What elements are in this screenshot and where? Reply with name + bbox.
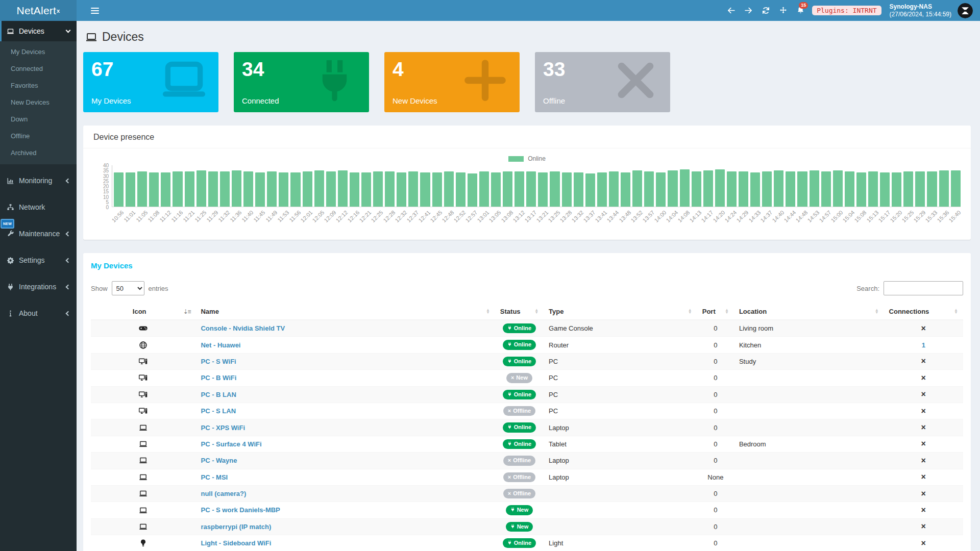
sidebar-item-integrations[interactable]: Integrations bbox=[0, 277, 77, 297]
device-name-link[interactable]: Light - Sideboard WiFi bbox=[201, 539, 271, 547]
sidebar-subitem-favorites[interactable]: Favorites bbox=[0, 77, 77, 94]
device-name-link[interactable]: PC - S LAN bbox=[201, 407, 236, 415]
nav-forward-icon[interactable] bbox=[740, 0, 757, 21]
connections-count-link[interactable]: 1 bbox=[922, 341, 925, 349]
delete-connection-icon[interactable]: × bbox=[921, 472, 926, 481]
desktop-icon bbox=[139, 407, 148, 414]
delete-connection-icon[interactable]: × bbox=[921, 390, 926, 398]
col-header-name[interactable]: Name▲▼ bbox=[195, 304, 495, 320]
device-location-cell bbox=[734, 419, 884, 436]
sidebar-subitem-my-devices[interactable]: My Devices bbox=[0, 43, 77, 60]
device-connections-cell: × bbox=[884, 518, 963, 535]
device-name-link[interactable]: PC - Surface 4 WiFi bbox=[201, 440, 261, 448]
delete-connection-icon[interactable]: × bbox=[921, 539, 926, 547]
x-icon: × bbox=[508, 408, 511, 414]
delete-connection-icon[interactable]: × bbox=[921, 489, 926, 498]
delete-connection-icon[interactable]: × bbox=[921, 407, 926, 415]
sidebar-subitem-down[interactable]: Down bbox=[0, 111, 77, 128]
col-header-status[interactable]: Status▲▼ bbox=[495, 304, 544, 320]
x-icon: × bbox=[508, 474, 511, 480]
device-name-link[interactable]: Net - Huawei bbox=[201, 341, 240, 349]
notifications-bell-icon[interactable]: 15 bbox=[792, 0, 809, 21]
table-title[interactable]: My Devices bbox=[91, 261, 963, 270]
refresh-arrows-icon bbox=[762, 6, 770, 15]
avatar[interactable] bbox=[958, 3, 973, 18]
card-offline[interactable]: 33 Offline bbox=[535, 52, 670, 112]
plug-icon bbox=[507, 358, 512, 365]
search-input[interactable] bbox=[884, 281, 963, 295]
sidebar-subitem-offline[interactable]: Offline bbox=[0, 128, 77, 144]
delete-connection-icon[interactable]: × bbox=[921, 522, 926, 531]
host-timestamp: (27/06/2024, 15:44:59) bbox=[890, 11, 951, 18]
delete-connection-icon[interactable]: × bbox=[921, 423, 926, 432]
device-name-link[interactable]: PC - B LAN bbox=[201, 391, 236, 398]
sidebar-item-maintenance[interactable]: NEW Maintenance bbox=[0, 223, 77, 244]
laptop-icon bbox=[139, 473, 148, 481]
card-connected[interactable]: 34 Connected bbox=[234, 52, 369, 112]
plug-icon bbox=[305, 56, 364, 107]
device-port-cell: 0 bbox=[697, 436, 734, 452]
plugins-status-badge[interactable]: Plugins: INTRNT bbox=[812, 6, 881, 15]
device-port-cell: 0 bbox=[697, 370, 734, 386]
app-logo[interactable]: NetAlertx bbox=[0, 0, 77, 21]
device-name-link[interactable]: PC - MSI bbox=[201, 473, 228, 481]
col-header-connections[interactable]: Connections▲▼ bbox=[884, 304, 963, 320]
laptop-icon bbox=[7, 28, 14, 35]
sidebar-item-monitoring[interactable]: Monitoring bbox=[0, 170, 77, 191]
col-header-type[interactable]: Type▲▼ bbox=[544, 304, 697, 320]
delete-connection-icon[interactable]: × bbox=[921, 373, 926, 382]
chart-xlabels: 10:5611:0111:0511:0811:1211:1611:2111:25… bbox=[112, 207, 961, 236]
sidebar-subitem-connected[interactable]: Connected bbox=[0, 60, 77, 77]
device-port-cell: 0 bbox=[697, 485, 734, 502]
device-name-link[interactable]: PC - B WiFi bbox=[201, 374, 236, 382]
plug-icon bbox=[507, 324, 512, 332]
page-size-select[interactable]: 50 bbox=[112, 281, 144, 295]
card-label: Connected bbox=[242, 96, 279, 105]
device-name-link[interactable]: PC - S WiFi bbox=[201, 358, 236, 365]
laptop-icon bbox=[139, 456, 148, 464]
delete-connection-icon[interactable]: × bbox=[921, 456, 926, 465]
sidebar-item-settings[interactable]: Settings bbox=[0, 250, 77, 270]
device-name-link[interactable]: PC - Wayne bbox=[201, 457, 237, 464]
status-badge: ×Offline bbox=[503, 456, 535, 465]
col-header-icon[interactable]: Icon⇣≡ bbox=[91, 304, 195, 320]
table-row: PC - MSI ×Offline Laptop None × bbox=[91, 469, 963, 485]
brand-sup: x bbox=[57, 8, 60, 14]
card-label: My Devices bbox=[91, 96, 131, 105]
device-name-link[interactable]: PC - S work Daniels-MBP bbox=[201, 506, 280, 514]
table-row: raspberrypi (IP match) New 0 × bbox=[91, 518, 963, 535]
delete-connection-icon[interactable]: × bbox=[921, 324, 926, 333]
status-badge: Online bbox=[503, 390, 536, 399]
laptop-icon bbox=[139, 440, 148, 447]
sidebar-item-devices[interactable]: Devices bbox=[0, 21, 77, 41]
chart-legend[interactable]: Online bbox=[93, 155, 961, 162]
col-header-port[interactable]: Port▲▼ bbox=[697, 304, 734, 320]
device-name-link[interactable]: PC - XPS WiFi bbox=[201, 424, 245, 432]
device-name-link[interactable]: raspberrypi (IP match) bbox=[201, 523, 271, 531]
sidebar-toggle-icon[interactable] bbox=[84, 0, 106, 21]
delete-connection-icon[interactable]: × bbox=[921, 439, 926, 448]
sidebar-item-label: About bbox=[19, 309, 62, 317]
search-label: Search: bbox=[856, 285, 879, 292]
refresh-icon[interactable] bbox=[757, 0, 774, 21]
nav-back-icon[interactable] bbox=[722, 0, 740, 21]
chevron-left-icon bbox=[66, 284, 71, 289]
sidebar-item-about[interactable]: About bbox=[0, 303, 77, 323]
sidebar-item-network[interactable]: Network bbox=[0, 197, 77, 217]
device-location-cell bbox=[734, 502, 884, 518]
sort-icon: ▲▼ bbox=[688, 309, 692, 314]
status-badge: Online bbox=[503, 357, 536, 366]
col-header-location[interactable]: Location▲▼ bbox=[734, 304, 884, 320]
sidebar-subitem-archived[interactable]: Archived bbox=[0, 144, 77, 161]
status-badge: New bbox=[506, 505, 533, 515]
delete-connection-icon[interactable]: × bbox=[921, 506, 926, 514]
host-name: Synology-NAS bbox=[890, 3, 951, 11]
card-my-devices[interactable]: 67 My Devices bbox=[83, 52, 218, 112]
device-name-link[interactable]: Console - Nvidia Shield TV bbox=[201, 324, 285, 332]
delete-connection-icon[interactable]: × bbox=[921, 357, 926, 365]
maximize-icon[interactable] bbox=[774, 0, 792, 21]
card-new-devices[interactable]: 4 New Devices bbox=[384, 52, 520, 112]
device-name-link[interactable]: null (camera?) bbox=[201, 490, 246, 497]
sidebar-subitem-new-devices[interactable]: New Devices bbox=[0, 94, 77, 111]
device-port-cell: None bbox=[697, 469, 734, 485]
